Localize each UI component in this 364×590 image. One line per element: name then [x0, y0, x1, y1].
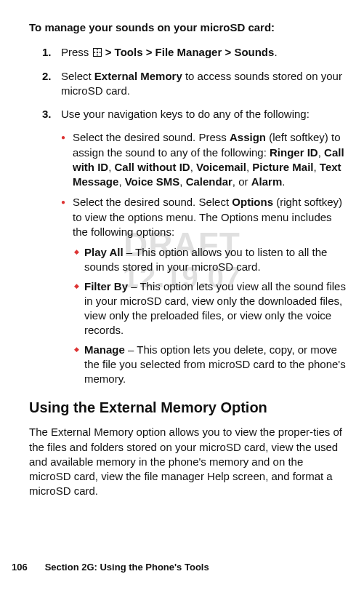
step-number: 2.	[42, 69, 61, 99]
text: Select the desired sound. Press	[73, 131, 230, 143]
text: , or	[232, 175, 251, 188]
bullet-icon: ◆	[74, 279, 84, 338]
opt: Voice SMS	[125, 175, 180, 188]
nav-key-icon	[92, 46, 102, 58]
label: Filter By	[84, 280, 128, 292]
section-label: Section 2G: Using the Phone's Tools	[45, 562, 209, 573]
bullet-text: Select the desired sound. Press Assign (…	[73, 130, 347, 189]
step-3: 3. Use your navigation keys to do any of…	[29, 107, 347, 121]
step-text: Select External Memory to access sounds …	[61, 69, 347, 99]
label: Manage	[84, 343, 125, 356]
svg-point-1	[96, 52, 97, 53]
bullet-icon: ◆	[74, 343, 84, 387]
sep: ,	[318, 146, 324, 159]
step-number: 3.	[42, 107, 61, 121]
sep: ,	[108, 161, 114, 173]
assign-label: Assign	[230, 131, 266, 143]
step-2: 2. Select External Memory to access soun…	[29, 69, 347, 99]
text: Select	[61, 70, 94, 82]
body-paragraph: The External Memory option allows you to…	[29, 425, 347, 498]
text: Press	[61, 46, 92, 58]
opt: Call without ID	[115, 161, 190, 173]
text: Select the desired sound. Select	[73, 196, 232, 208]
text: .	[282, 175, 285, 188]
page-number: 106	[12, 561, 42, 574]
svg-point-5	[99, 52, 100, 53]
step-number: 1.	[42, 45, 61, 60]
bullet-options: ● Select the desired sound. Select Optio…	[61, 195, 347, 239]
options-label: Options	[232, 196, 273, 208]
svg-point-2	[97, 49, 98, 51]
menu-path: > Tools > File Manager > Sounds	[102, 46, 275, 58]
step-1: 1. Press > Tools > File Manager > Sounds…	[29, 45, 347, 60]
opt: Calendar	[186, 175, 232, 188]
svg-point-3	[97, 55, 98, 56]
subbullet-play-all: ◆ Play All – This option allows you to l…	[74, 245, 347, 275]
text: .	[274, 46, 277, 58]
step-text: Use your navigation keys to do any of th…	[61, 107, 347, 121]
svg-point-4	[94, 52, 95, 53]
bullet-icon: ●	[61, 130, 73, 189]
opt: Alarm	[251, 175, 283, 188]
subbullet-filter-by: ◆ Filter By – This option lets you view …	[74, 279, 347, 338]
bullet-text: Play All – This option allows you to lis…	[84, 245, 347, 275]
intro-heading: To manage your sounds on your microSD ca…	[29, 20, 347, 35]
bullet-text: Manage – This option lets you delete, co…	[84, 343, 347, 387]
bullet-icon: ●	[61, 195, 73, 239]
opt: Voicemail	[196, 161, 246, 173]
opt: Ringer ID	[270, 146, 318, 159]
page-content: To manage your sounds on your microSD ca…	[29, 20, 347, 499]
step-text: Press > Tools > File Manager > Sounds.	[61, 45, 347, 60]
bullet-assign: ● Select the desired sound. Press Assign…	[61, 130, 347, 189]
section-heading: Using the External Memory Option	[29, 398, 347, 418]
bullet-text: Filter By – This option lets you view al…	[84, 279, 347, 338]
sep: ,	[118, 175, 124, 188]
page-footer: 106 Section 2G: Using the Phone's Tools	[0, 561, 364, 574]
opt: Picture Mail	[252, 161, 313, 173]
external-memory-label: External Memory	[94, 70, 182, 82]
sep: ,	[314, 161, 320, 173]
bullet-text: Select the desired sound. Select Options…	[73, 195, 347, 239]
bullet-icon: ◆	[74, 245, 84, 275]
label: Play All	[84, 246, 124, 258]
sep: ,	[190, 161, 196, 173]
subbullet-manage: ◆ Manage – This option lets you delete, …	[74, 343, 347, 387]
sep: ,	[179, 175, 185, 188]
